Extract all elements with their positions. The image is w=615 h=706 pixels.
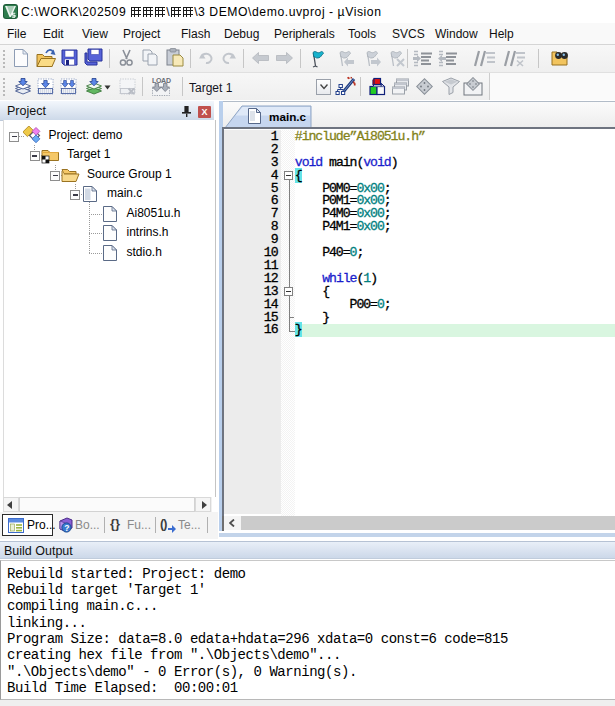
svg-text:LOAD: LOAD xyxy=(152,77,171,84)
svg-text:?: ? xyxy=(64,523,69,533)
